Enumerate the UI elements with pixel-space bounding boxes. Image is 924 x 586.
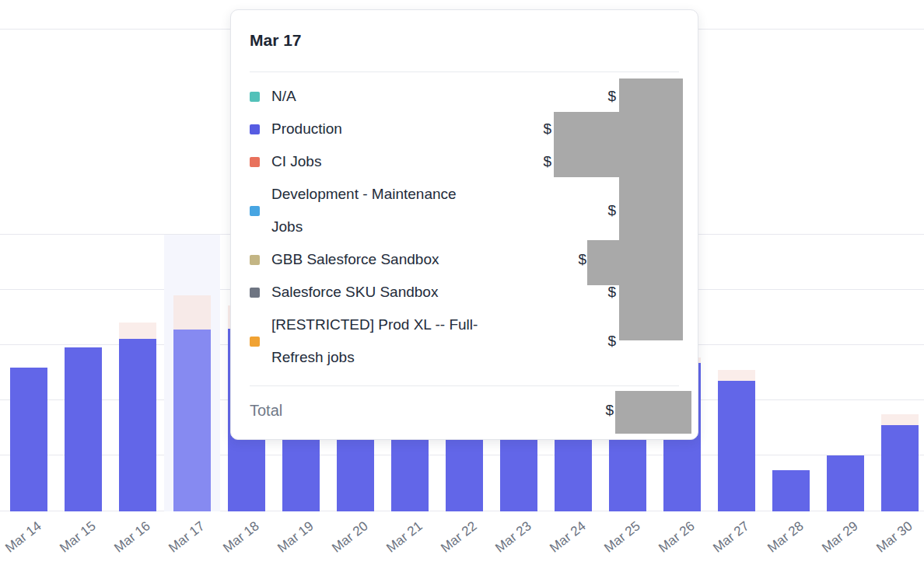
x-axis-label: Mar 21 [383, 518, 425, 556]
redaction-box [587, 240, 619, 285]
tooltip-row-value: $ [543, 120, 551, 138]
x-axis-label: Mar 17 [166, 518, 208, 556]
tooltip-row-value: $ [607, 202, 616, 219]
x-axis-label: Mar 29 [819, 518, 861, 556]
tooltip-row-label: N/A [271, 80, 296, 113]
tooltip-row-label: Production [271, 113, 342, 145]
tooltip-total-label: Total [250, 402, 282, 420]
legend-swatch [250, 206, 260, 216]
bar-mar-22[interactable] [446, 429, 483, 511]
x-axis-label: Mar 25 [601, 518, 643, 556]
bar-mar-24[interactable] [555, 429, 592, 511]
bar-mar-30[interactable] [881, 425, 919, 511]
tooltip-row-value: $ [607, 284, 616, 301]
bar-mar-27-cap[interactable] [718, 370, 755, 381]
x-axis-label: Mar 28 [765, 518, 807, 556]
chart-tooltip: Mar 17 N/A$Production$CI Jobs$Developmen… [230, 9, 698, 440]
tooltip-row-label: GBB Salesforce Sandbox [271, 243, 439, 276]
legend-swatch [250, 255, 260, 265]
tooltip-row-label: Salesforce SKU Sandbox [271, 276, 438, 309]
tooltip-total-value: $ [605, 402, 614, 419]
tooltip-row-value: $ [578, 251, 586, 268]
legend-swatch [250, 124, 260, 134]
redaction-box [619, 78, 683, 340]
redaction-box [554, 112, 619, 177]
legend-swatch [250, 157, 260, 167]
bar-mar-17-cap[interactable] [173, 295, 211, 330]
x-axis-label: Mar 16 [111, 518, 153, 556]
x-axis-label: Mar 30 [873, 518, 915, 556]
x-axis-label: Mar 23 [492, 518, 534, 556]
tooltip-row-label: CI Jobs [271, 145, 321, 178]
bar-mar-16[interactable] [119, 339, 156, 511]
x-axis-label: Mar 26 [656, 518, 698, 556]
tooltip-row-label: [RESTRICTED] Prod XL -- Full-Refresh job… [271, 309, 485, 374]
x-axis-label: Mar 24 [547, 518, 589, 556]
x-axis-label: Mar 19 [275, 518, 317, 556]
legend-swatch [250, 92, 260, 102]
bar-mar-30-cap[interactable] [881, 414, 919, 425]
tooltip-row-value: $ [543, 153, 551, 170]
x-axis-label: Mar 18 [220, 518, 262, 556]
cost-bar-chart: Mar 14Mar 15Mar 16Mar 17Mar 18Mar 19Mar … [0, 0, 924, 586]
x-axis-label: Mar 15 [57, 518, 99, 556]
x-axis-label: Mar 27 [710, 518, 752, 556]
tooltip-title: Mar 17 [231, 10, 698, 51]
bar-mar-27[interactable] [718, 381, 755, 511]
tooltip-row-label: Development - Maintenance Jobs [271, 178, 485, 243]
bar-mar-16-cap[interactable] [119, 323, 156, 339]
bar-mar-19[interactable] [282, 429, 320, 511]
x-axis-label: Mar 22 [438, 518, 480, 556]
bar-mar-25[interactable] [609, 429, 646, 511]
bar-mar-15[interactable] [65, 347, 102, 511]
bar-mar-14[interactable] [10, 368, 47, 511]
bar-mar-21[interactable] [391, 429, 429, 511]
x-axis-label: Mar 14 [2, 518, 44, 556]
legend-swatch [250, 288, 260, 298]
bar-mar-28[interactable] [772, 470, 810, 511]
bar-mar-20[interactable] [337, 429, 374, 511]
x-axis-label: Mar 20 [329, 518, 371, 556]
tooltip-row-value: $ [607, 333, 616, 350]
bar-mar-23[interactable] [500, 429, 537, 511]
bar-mar-29[interactable] [827, 455, 864, 511]
redaction-box [615, 391, 691, 434]
legend-swatch [250, 337, 260, 347]
tooltip-row-value: $ [607, 88, 616, 105]
bar-mar-17[interactable] [173, 330, 211, 511]
